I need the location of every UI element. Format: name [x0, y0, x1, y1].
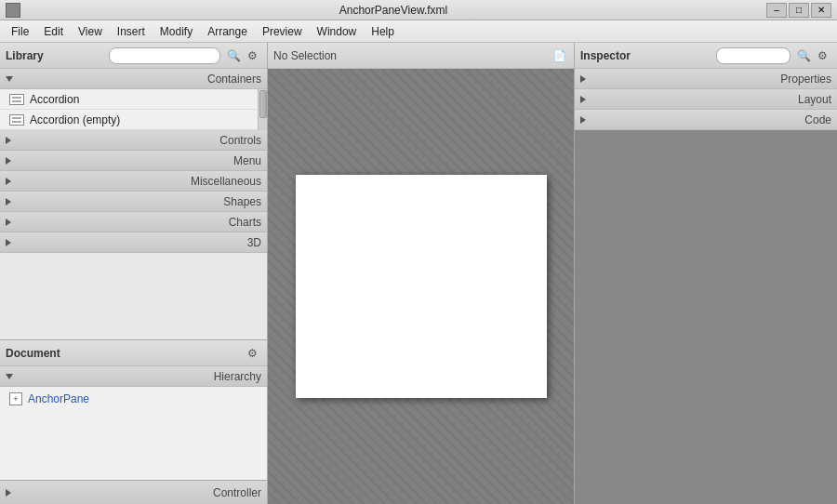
- accordion-empty-label: Accordion (empty): [30, 113, 120, 126]
- titlebar-app-icon: [6, 3, 20, 18]
- canvas-surface: [296, 175, 547, 398]
- inspector-title: Inspector: [580, 49, 716, 62]
- anchor-pane-icon: [9, 392, 22, 405]
- document-header: Document ⚙: [0, 340, 267, 366]
- containers-label: Containers: [17, 73, 261, 86]
- library-content: Containers Accordion Accordion (empty): [0, 69, 267, 339]
- library-header: Library 🔍 ⚙: [0, 43, 267, 69]
- hierarchy-content: AnchorPane: [0, 387, 267, 480]
- document-settings-icon[interactable]: ⚙: [243, 344, 261, 363]
- threed-category[interactable]: 3D: [0, 232, 267, 253]
- menu-item-insert[interactable]: Insert: [110, 23, 153, 40]
- menu-item-preview[interactable]: Preview: [255, 23, 310, 40]
- shapes-expand-icon: [6, 198, 11, 206]
- library-search-input[interactable]: [109, 47, 220, 64]
- left-panel: Library 🔍 ⚙ Containers Accordion: [0, 43, 268, 504]
- library-search-icon[interactable]: 🔍: [224, 46, 243, 65]
- inspector-search-icon[interactable]: 🔍: [794, 46, 813, 65]
- inspector-search-input[interactable]: [716, 47, 790, 64]
- threed-label: 3D: [15, 236, 261, 249]
- minimize-button[interactable]: –: [766, 3, 787, 18]
- menu-label: Menu: [15, 154, 261, 167]
- controller-label: Controller: [15, 486, 261, 499]
- center-panel: No Selection 📄: [268, 43, 574, 504]
- code-section[interactable]: Code: [575, 110, 837, 130]
- charts-expand-icon: [6, 219, 11, 226]
- controls-expand-icon: [6, 137, 11, 144]
- inspector-content: [575, 130, 837, 504]
- controls-label: Controls: [15, 134, 261, 147]
- layout-label: Layout: [590, 93, 831, 106]
- menu-expand-icon: [6, 157, 11, 165]
- library-title: Library: [6, 49, 109, 62]
- menu-item-help[interactable]: Help: [364, 23, 402, 40]
- inspector-settings-icon[interactable]: ⚙: [813, 46, 831, 65]
- miscellaneous-category[interactable]: Miscellaneous: [0, 171, 267, 192]
- right-panel: Inspector 🔍 ⚙ Properties Layout Code: [574, 43, 837, 504]
- no-selection-label: No Selection: [273, 49, 550, 62]
- layout-expand-icon: [580, 96, 586, 103]
- containers-category[interactable]: Containers: [0, 69, 267, 89]
- maximize-button[interactable]: □: [789, 3, 809, 18]
- menu-category[interactable]: Menu: [0, 151, 267, 171]
- hierarchy-row[interactable]: Hierarchy: [0, 366, 267, 387]
- containers-expand-icon: [6, 76, 13, 82]
- inspector-header: Inspector 🔍 ⚙: [575, 43, 837, 69]
- library-scrollbar[interactable]: [258, 89, 267, 130]
- hierarchy-label: Hierarchy: [17, 370, 261, 383]
- menu-item-window[interactable]: Window: [310, 23, 365, 40]
- menubar: FileEditViewInsertModifyArrangePreviewWi…: [0, 20, 837, 43]
- miscellaneous-label: Miscellaneous: [15, 175, 261, 188]
- controller-expand-icon: [6, 489, 11, 497]
- layout-section[interactable]: Layout: [575, 89, 837, 110]
- list-item[interactable]: Accordion (empty): [0, 110, 258, 130]
- canvas-area[interactable]: [268, 69, 574, 504]
- titlebar-title: AnchorPaneView.fxml: [20, 4, 766, 17]
- list-item[interactable]: AnchorPane: [4, 391, 263, 407]
- document-icon[interactable]: 📄: [550, 46, 568, 65]
- titlebar: AnchorPaneView.fxml – □ ✕: [0, 0, 837, 20]
- main-layout: Library 🔍 ⚙ Containers Accordion: [0, 43, 837, 504]
- anchor-pane-label: AnchorPane: [28, 392, 89, 405]
- accordion-icon: [9, 94, 24, 105]
- menu-item-edit[interactable]: Edit: [36, 23, 71, 40]
- code-expand-icon: [580, 116, 586, 124]
- properties-section[interactable]: Properties: [575, 69, 837, 89]
- miscellaneous-expand-icon: [6, 178, 11, 185]
- menu-item-modify[interactable]: Modify: [153, 23, 200, 40]
- titlebar-controls: – □ ✕: [766, 3, 831, 18]
- menu-item-file[interactable]: File: [4, 23, 36, 40]
- library-settings-icon[interactable]: ⚙: [243, 46, 261, 65]
- canvas-header: No Selection 📄: [268, 43, 574, 69]
- charts-category[interactable]: Charts: [0, 212, 267, 232]
- document-title: Document: [6, 347, 243, 360]
- close-button[interactable]: ✕: [811, 3, 831, 18]
- hierarchy-expand-icon: [6, 374, 13, 379]
- document-section: Document ⚙ Hierarchy AnchorPane: [0, 339, 267, 480]
- properties-expand-icon: [580, 75, 586, 83]
- menu-item-view[interactable]: View: [71, 23, 110, 40]
- library-scrollbar-thumb[interactable]: [259, 90, 267, 118]
- properties-label: Properties: [590, 73, 831, 86]
- library-scroll-area: Accordion Accordion (empty): [0, 89, 267, 130]
- list-item[interactable]: Accordion: [0, 89, 258, 110]
- accordion-empty-icon: [9, 114, 24, 126]
- threed-expand-icon: [6, 239, 11, 246]
- accordion-label: Accordion: [30, 93, 79, 106]
- code-label: Code: [590, 113, 831, 126]
- shapes-label: Shapes: [15, 195, 261, 208]
- charts-label: Charts: [15, 216, 261, 229]
- menu-item-arrange[interactable]: Arrange: [200, 23, 255, 40]
- controls-category[interactable]: Controls: [0, 130, 267, 151]
- controller-bar[interactable]: Controller: [0, 480, 267, 504]
- library-items-container: Accordion Accordion (empty): [0, 89, 258, 130]
- shapes-category[interactable]: Shapes: [0, 192, 267, 212]
